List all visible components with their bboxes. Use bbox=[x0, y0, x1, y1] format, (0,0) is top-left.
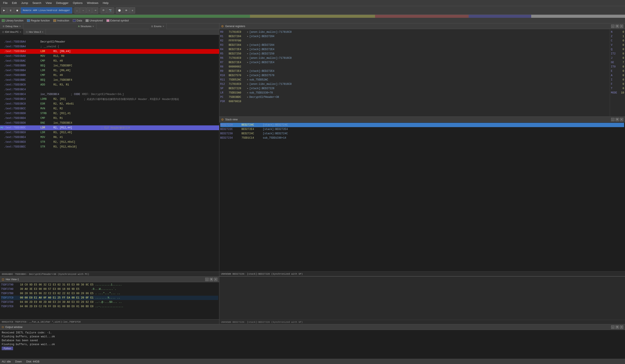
hex-bytes-3: 00 20 96 E5 06 22 C2 E3 02 22 82 E3 00 2… bbox=[20, 292, 94, 295]
legend-library-function-label: Library function bbox=[6, 19, 24, 22]
reg-r10: R10 BED27570 ➤ [stack]:BED27570 bbox=[220, 73, 609, 78]
output-line-3: Database has been saved bbox=[2, 339, 623, 342]
label-loc: loc_75DD3BC4 bbox=[40, 93, 66, 96]
hex-addr-6: 75DF37E0 bbox=[1, 305, 18, 308]
stack-minimize-btn[interactable]: _ bbox=[611, 118, 615, 121]
registers-float-btn[interactable]: ⧉ bbox=[615, 25, 619, 28]
hex-content[interactable]: 75DF3790 18 C0 9D E5 06 32 C2 E3 02 31 8… bbox=[0, 282, 219, 319]
registers-panel-controls: _ ⧉ ✕ bbox=[611, 25, 623, 28]
stop-button[interactable]: ⏹ bbox=[14, 7, 20, 13]
python-button[interactable]: Python bbox=[2, 347, 13, 350]
hex-bottom-status-text: 0002A7C0 75DF37C0: __fun_a_18(char *,uin… bbox=[2, 321, 81, 323]
statusbar-disk: Disk: 44GB bbox=[26, 360, 39, 363]
stack-addr-1: BED2722C bbox=[220, 128, 240, 131]
code-line: .text:75DD3BA8 MOV R12, R0 bbox=[0, 54, 219, 58]
reg-psr: PSR 60070010 bbox=[220, 99, 609, 104]
app-statusbar: AU: idle Down Disk: 44GB bbox=[0, 359, 625, 364]
reg-lr: LR 75DD15A0 ➤ sub_75DD1530+70 bbox=[220, 91, 609, 95]
hex-close-btn[interactable]: ✕ bbox=[214, 278, 217, 281]
hex-bytes-6: 04 00 2D E9 C2 FB FF EB 01 00 BD E8 01 0… bbox=[20, 305, 94, 308]
reg-r10-value: BED27570 bbox=[229, 74, 246, 77]
run-to-cursor-button[interactable]: ⇢ bbox=[92, 7, 98, 13]
registers-close-btn[interactable]: ✕ bbox=[620, 25, 623, 28]
output-close-btn[interactable]: ✕ bbox=[620, 325, 623, 329]
code-instr: BEQ bbox=[40, 64, 53, 67]
hex-minimize-btn[interactable]: _ bbox=[205, 278, 209, 281]
breakpoint-button[interactable]: ⬤ bbox=[116, 7, 123, 13]
tab-hex-view3[interactable]: ⊡ Hex View-3 ✕ bbox=[24, 29, 46, 35]
step-over-button[interactable]: → bbox=[80, 7, 86, 13]
line-gutter-pc: PC bbox=[0, 126, 4, 129]
code-addr: .text:75DD3BC4 bbox=[4, 98, 39, 101]
reg-r0-ref: [anon:libc_malloc]:717816C0 bbox=[249, 30, 291, 34]
registers-minimize-btn[interactable]: _ bbox=[611, 25, 615, 28]
output-minimize-btn[interactable]: _ bbox=[611, 325, 615, 329]
toolbar: ▶ ⏸ ⏹ Remote ARM Linux/Android debugger … bbox=[0, 6, 625, 15]
menu-file[interactable]: File bbox=[1, 0, 10, 5]
code-area[interactable]: .text:75DD3BA4 DecryptElfHeader .text:75… bbox=[0, 35, 219, 272]
take-snapshot-button[interactable]: 📷 bbox=[107, 7, 114, 13]
registers-content: R0 717816C0 ➤ [anon:libc_malloc]:717816C… bbox=[219, 29, 625, 117]
hex-float-btn[interactable]: ⧉ bbox=[210, 278, 213, 281]
tab-enums-close[interactable]: ✕ bbox=[162, 25, 164, 28]
menu-windows[interactable]: Windows bbox=[85, 0, 100, 5]
refresh-button[interactable]: ⟳ bbox=[100, 7, 106, 13]
hex-bottom-header: ⊡ Hex View-1 _ ⧉ ✕ bbox=[0, 277, 219, 282]
legend-regular-function: Regular function bbox=[27, 19, 50, 22]
reg-r10-ref: [stack]:BED27570 bbox=[249, 74, 274, 77]
registers-title: ⚙ General registers bbox=[221, 25, 245, 28]
tab-enums[interactable]: ⊞ Enums ✕ bbox=[149, 24, 166, 29]
menu-options[interactable]: Options bbox=[71, 0, 85, 5]
stack-status-bar: UNKNOWN BED27228: [stack]:BED27228 (Sync… bbox=[219, 271, 625, 276]
reg-r12-value: 717816C0 bbox=[229, 83, 246, 86]
step-into-button[interactable]: ↓ bbox=[74, 7, 80, 13]
tab-debug-view[interactable]: 🖥 Debug View ✕ bbox=[0, 24, 23, 29]
tab-structures-close[interactable]: ✕ bbox=[92, 25, 94, 28]
reg-r5-name: R5 bbox=[220, 52, 228, 55]
stack-ref-3: sub_75DD1C00+14 bbox=[263, 137, 286, 140]
tab-hex-view3-close[interactable]: ✕ bbox=[42, 31, 43, 33]
code-instr: LDR bbox=[40, 126, 53, 129]
watch-button[interactable]: 👁 bbox=[123, 7, 129, 13]
menu-search[interactable]: Search bbox=[30, 0, 43, 5]
tab-ida-view-pc-close[interactable]: ✕ bbox=[20, 31, 21, 33]
tab-debug-view-close[interactable]: ✕ bbox=[19, 25, 21, 28]
reg-r1-name: R1 bbox=[220, 35, 228, 38]
code-operands: loc_75DD3BFC bbox=[53, 64, 72, 67]
hex-addr-1: 75DF3790 bbox=[1, 283, 18, 286]
output-content[interactable]: Received IOCTL failure code: -1. Flushin… bbox=[0, 330, 625, 359]
code-addr: .text:75DD3BA8 bbox=[4, 55, 39, 58]
menu-debugger[interactable]: Debugger bbox=[54, 0, 71, 5]
run-button[interactable]: ▶ bbox=[1, 7, 7, 13]
menu-edit[interactable]: Edit bbox=[10, 0, 19, 5]
menu-jump[interactable]: Jump bbox=[19, 0, 30, 5]
tab-structures[interactable]: A Structures ✕ bbox=[76, 24, 96, 29]
stack-float-btn[interactable]: ⧉ bbox=[615, 118, 619, 121]
output-float-btn[interactable]: ⧉ bbox=[615, 325, 619, 329]
structures-icon: A bbox=[78, 25, 80, 28]
code-instr: EOR bbox=[40, 102, 53, 105]
stack-trace-button[interactable]: ≡ bbox=[130, 7, 135, 13]
stack-val-2: BED2724C bbox=[242, 132, 261, 135]
stack-row-2: BED27230 BED2724C [stack]:BED2724C bbox=[220, 132, 624, 136]
code-line: .text:75DD3BB8 CMP R1, #0 bbox=[0, 73, 219, 78]
pause-button[interactable]: ⏸ bbox=[7, 7, 14, 13]
menu-help[interactable]: Help bbox=[100, 0, 111, 5]
step-out-button[interactable]: ↑ bbox=[87, 7, 92, 13]
tab-ida-view-pc[interactable]: ⊡ IDA View-PC ✕ bbox=[0, 29, 24, 35]
code-operands: R3, [R12,#0x10] bbox=[53, 145, 77, 148]
stack-row-active: BED27228 BED2724C [stack]:BED2724C bbox=[220, 123, 624, 127]
stack-title: ⚙ Stack view bbox=[221, 118, 238, 121]
stack-ref-2: [stack]:BED2724C bbox=[263, 132, 288, 135]
menu-view[interactable]: View bbox=[43, 0, 54, 5]
code-operands: R3, R1 bbox=[53, 117, 63, 120]
stack-content[interactable]: BED27228 BED2724C [stack]:BED2724C BED27… bbox=[219, 122, 625, 271]
code-instr: BNE bbox=[40, 121, 53, 125]
reg-sp-arrow: ➤ bbox=[247, 87, 249, 90]
flag-v: V 0 bbox=[611, 43, 624, 47]
code-status-text: 0000ABDC 75DD3BDC: DecryptElfHeader+38 (… bbox=[2, 273, 89, 276]
stack-close-btn[interactable]: ✕ bbox=[620, 118, 623, 121]
code-scroll[interactable]: .text:75DD3BA4 DecryptElfHeader .text:75… bbox=[0, 35, 219, 272]
code-operands: loc_75DD3BF4 bbox=[53, 79, 72, 82]
registers-icon: ⚙ bbox=[221, 25, 224, 28]
